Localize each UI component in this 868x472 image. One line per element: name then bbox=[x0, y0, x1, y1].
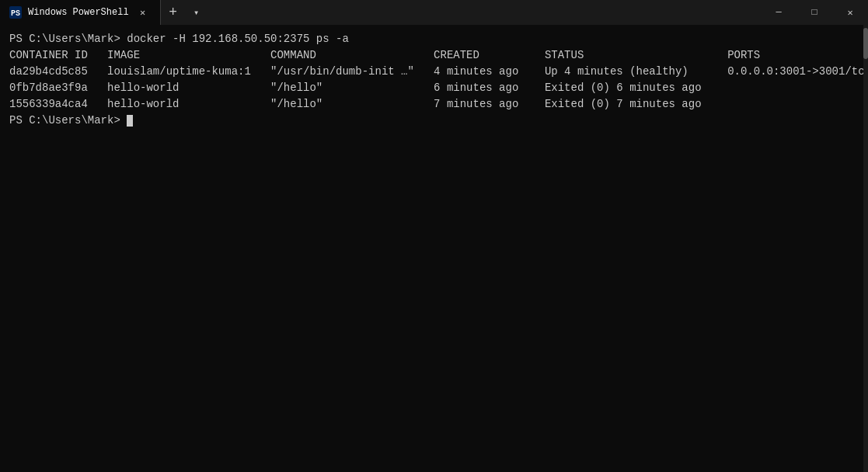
terminal-body: PS C:\Users\Mark> docker -H 192.168.50.5… bbox=[0, 25, 868, 472]
command-line: PS C:\Users\Mark> docker -H 192.168.50.5… bbox=[9, 31, 859, 47]
cursor bbox=[127, 115, 133, 127]
maximize-button[interactable]: □ bbox=[797, 0, 832, 25]
scrollbar[interactable] bbox=[863, 25, 868, 472]
titlebar: PS Windows PowerShell ✕ + ▾ ─ □ ✕ bbox=[0, 0, 868, 25]
titlebar-left: PS Windows PowerShell ✕ + ▾ bbox=[0, 0, 761, 25]
close-button[interactable]: ✕ bbox=[832, 0, 868, 25]
tab-close-button[interactable]: ✕ bbox=[135, 5, 151, 20]
tab-dropdown-button[interactable]: ▾ bbox=[186, 0, 207, 25]
minimize-button[interactable]: ─ bbox=[761, 0, 797, 25]
table-row: da29b4cd5c85 louislam/uptime-kuma:1 "/us… bbox=[9, 64, 859, 80]
tab-label: Windows PowerShell bbox=[28, 7, 129, 18]
table-row: 1556339a4ca4 hello-world "/hello" 7 minu… bbox=[9, 96, 859, 113]
table-row: 0fb7d8ae3f9a hello-world "/hello" 6 minu… bbox=[9, 80, 859, 96]
scrollbar-thumb[interactable] bbox=[863, 28, 868, 59]
prompt-line: PS C:\Users\Mark> bbox=[9, 113, 859, 129]
svg-text:PS: PS bbox=[11, 9, 20, 18]
window-controls: ─ □ ✕ bbox=[761, 0, 868, 25]
new-tab-button[interactable]: + bbox=[161, 0, 186, 25]
prompt-text: PS C:\Users\Mark> bbox=[9, 114, 127, 127]
active-tab[interactable]: PS Windows PowerShell ✕ bbox=[0, 0, 161, 25]
powershell-icon: PS bbox=[9, 6, 22, 19]
table-header: CONTAINER ID IMAGE COMMAND CREATED STATU… bbox=[9, 47, 859, 64]
